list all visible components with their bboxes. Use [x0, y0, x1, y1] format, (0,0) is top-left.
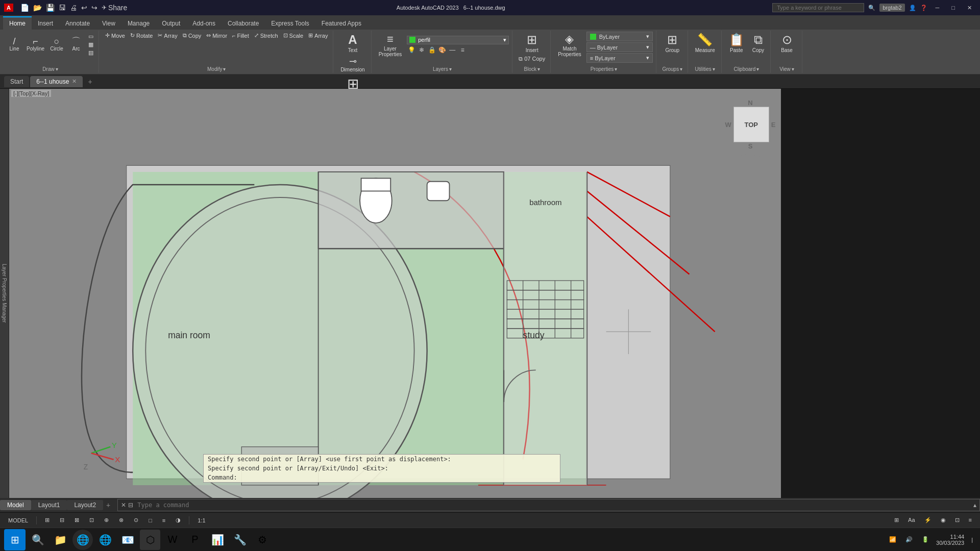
match-properties-button[interactable]: ◈ MatchProperties — [555, 32, 584, 63]
view-panel-label[interactable]: View ▾ — [779, 65, 794, 72]
qa-new[interactable]: 📄 — [18, 3, 31, 13]
tab-home[interactable]: Home — [3, 16, 32, 30]
clipboard-panel-label[interactable]: Clipboard ▾ — [733, 65, 759, 72]
qa-share[interactable]: ✈ Share — [100, 3, 129, 13]
qa-open[interactable]: 📂 — [31, 3, 44, 13]
layout-tab-layout1[interactable]: Layout1 — [31, 500, 67, 510]
modify-fillet-button[interactable]: ⌐Fillet — [230, 32, 251, 39]
layer-dropdown[interactable]: perfil ▾ — [407, 36, 509, 44]
mail-icon[interactable]: 📧 — [117, 530, 138, 550]
modify-copy-button[interactable]: ⧉Copy — [181, 32, 204, 39]
qa-undo[interactable]: ↩ — [79, 3, 89, 13]
search-input[interactable] — [772, 3, 864, 12]
layer-freeze-icon[interactable]: ❄ — [417, 45, 426, 55]
otrack-toggle[interactable]: ⊗ — [116, 516, 127, 524]
qa-saveas[interactable]: 🖫 — [57, 3, 68, 13]
close-command-icon[interactable]: ✕ — [121, 502, 126, 509]
add-layout-button[interactable]: + — [103, 501, 113, 509]
tab-featured[interactable]: Featured Apps — [315, 16, 368, 30]
ortho-toggle[interactable]: ⊠ — [71, 516, 82, 524]
command-input[interactable] — [137, 502, 973, 509]
modify-array-button[interactable]: ⊞Array — [306, 32, 330, 39]
block-insert-button[interactable]: ⊞ Insert — [523, 32, 542, 54]
tab-collaborate[interactable]: Collaborate — [222, 16, 265, 30]
model-status[interactable]: MODEL — [5, 516, 31, 524]
snap-toggle[interactable]: ⊟ — [57, 516, 67, 524]
osnap-toggle[interactable]: ⊕ — [101, 516, 112, 524]
file-tab-main[interactable]: 6--1 uhouse ✕ — [30, 76, 83, 87]
color-dropdown[interactable]: ByLayer ▾ — [586, 32, 653, 41]
layer-lineweight-icon[interactable]: ≡ — [458, 45, 467, 55]
tab-annotate[interactable]: Annotate — [59, 16, 96, 30]
layer-lock-icon[interactable]: 🔒 — [427, 45, 436, 55]
properties-panel-label[interactable]: Properties ▾ — [591, 65, 618, 72]
search-icon[interactable]: 🔍 — [868, 5, 875, 11]
measure-button[interactable]: 📏 Measure — [692, 32, 718, 54]
modify-move-button[interactable]: ✛Move — [103, 32, 127, 39]
qa-save[interactable]: 💾 — [44, 3, 57, 13]
hardware-accel[interactable]: ⚡ — [921, 516, 935, 524]
command-expand-icon[interactable]: ▴ — [973, 502, 976, 509]
layer-on-icon[interactable]: 💡 — [407, 45, 416, 55]
tab-view[interactable]: View — [96, 16, 121, 30]
layer-color-icon[interactable]: 🎨 — [437, 45, 447, 55]
tray-battery[interactable]: 🔋 — [919, 535, 932, 544]
group-button[interactable]: ⊞ Group — [662, 32, 682, 54]
grid-toggle[interactable]: ⊞ — [42, 516, 53, 524]
modify-rotate-button[interactable]: ↻Rotate — [128, 32, 155, 39]
tab-output[interactable]: Output — [156, 16, 186, 30]
layout-tab-layout2[interactable]: Layout2 — [67, 500, 103, 510]
qa-redo[interactable]: ↪ — [89, 3, 100, 13]
tray-volume[interactable]: 🔊 — [902, 535, 916, 544]
layer-linetype-icon[interactable]: — — [448, 45, 457, 55]
paste-button[interactable]: 📋 Paste — [726, 32, 747, 54]
help-icon[interactable]: ❓ — [920, 5, 927, 11]
canvas-area[interactable]: [-][Top][X-Ray] — [9, 89, 781, 498]
maximize-button[interactable]: □ — [947, 4, 959, 12]
draw-rect-button[interactable]: ▭ — [86, 33, 95, 40]
draw-arc-button[interactable]: ⌒ Arc — [67, 36, 85, 53]
tab-insert[interactable]: Insert — [32, 16, 59, 30]
annotation-text-button[interactable]: A Text — [345, 32, 360, 54]
app7-icon[interactable]: 📊 — [207, 530, 228, 550]
file-explorer-icon[interactable]: 📁 — [50, 530, 70, 550]
modify-trim-button[interactable]: ✂Array — [156, 32, 179, 39]
tray-network[interactable]: 📶 — [886, 535, 899, 544]
polar-toggle[interactable]: ⊡ — [86, 516, 97, 524]
view-cube[interactable]: TOP — [733, 107, 769, 142]
show-desktop[interactable]: | — [968, 536, 976, 544]
draw-line-button[interactable]: / Line — [5, 36, 23, 53]
word-icon[interactable]: W — [162, 530, 183, 550]
close-button[interactable]: ✕ — [963, 4, 976, 12]
modify-scale-button[interactable]: ⊡Scale — [281, 32, 306, 39]
base-button[interactable]: ⊙ Base — [778, 32, 796, 54]
utilities-panel-label[interactable]: Utilities ▾ — [695, 65, 715, 72]
file-tab-close[interactable]: ✕ — [72, 78, 77, 85]
workspace-toggle[interactable]: ⊞ — [891, 516, 902, 524]
start-button[interactable]: ⊞ — [4, 529, 26, 550]
modify-mirror-button[interactable]: ⇔Mirror — [204, 32, 229, 39]
groups-panel-label[interactable]: Groups ▾ — [662, 65, 682, 72]
3dosnap-toggle[interactable]: ⊙ — [131, 516, 141, 524]
linetype-dropdown[interactable]: — ByLayer ▾ — [586, 42, 653, 52]
ducs-toggle[interactable]: □ — [145, 516, 155, 524]
search-taskbar-icon[interactable]: 🔍 — [28, 530, 48, 550]
annotation-scale[interactable]: Aa — [905, 516, 918, 524]
tab-express[interactable]: Express Tools — [265, 16, 315, 30]
minimize-button[interactable]: ─ — [932, 4, 944, 12]
chrome-icon[interactable]: 🌐 — [72, 530, 93, 550]
layout-tab-model[interactable]: Model — [0, 500, 31, 510]
draw-circle-button[interactable]: ○ Circle — [47, 36, 66, 53]
tab-addons[interactable]: Add-ons — [186, 16, 222, 30]
qa-print[interactable]: 🖨 — [68, 3, 79, 13]
transparency-toggle[interactable]: ◑ — [173, 516, 184, 524]
account-icon[interactable]: 👤 — [909, 5, 916, 11]
lineweight-toggle[interactable]: ≡ — [159, 516, 168, 524]
copy-button[interactable]: ⧉ Copy — [749, 32, 767, 54]
draw-hatch-button[interactable]: ▦ — [86, 41, 95, 48]
edge-icon[interactable]: 🌐 — [95, 530, 115, 550]
annotation-dimension-button[interactable]: ⊸ Dimension — [337, 55, 368, 74]
file-tab-start[interactable]: Start — [4, 76, 29, 87]
isolate-objects[interactable]: ◉ — [938, 516, 949, 524]
autocad-taskbar-icon[interactable]: ⬡ — [140, 530, 160, 550]
